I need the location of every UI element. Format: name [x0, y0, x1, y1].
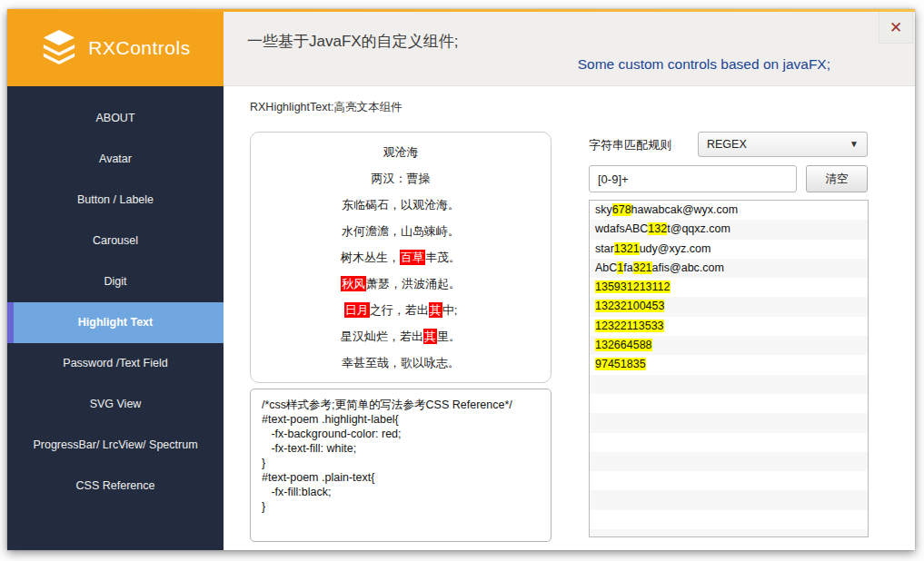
sidebar-item-css-reference[interactable]: CSS Reference: [7, 466, 224, 507]
match-rule-select[interactable]: REGEX ▼: [698, 132, 868, 157]
poem-plain-text: 萧瑟，洪波涌起。: [366, 277, 461, 290]
highlight-text-demo: 观沧海两汉：曹操东临碣石，以观沧海。水何澹澹，山岛竦峙。树木丛生，百草丰茂。秋风…: [250, 132, 551, 383]
poem-plain-text: 水何澹澹，山岛竦峙。: [342, 224, 460, 238]
match-plain-text: wdafsABC: [595, 222, 648, 235]
match-plain-text: afis@abc.com: [652, 261, 724, 274]
poem-plain-text: 中;: [442, 303, 458, 317]
match-result-list: sky678hawabcak@wyx.comwdafsABC132t@qqxz.…: [589, 200, 869, 537]
poem-highlight-label: 其: [423, 329, 437, 344]
match-highlight: 132: [648, 222, 667, 235]
poem-line: 树木丛生，百草丰茂。: [251, 244, 551, 271]
empty-list-row[interactable]: [590, 490, 868, 509]
empty-list-row[interactable]: [590, 433, 868, 452]
app-title: RXControls: [88, 37, 190, 59]
code-line: /*css样式参考;更简单的写法参考CSS Reference*/: [262, 398, 545, 412]
poem-line: 两汉：曹操: [251, 165, 551, 192]
empty-list-row[interactable]: [590, 452, 868, 471]
sidebar: RXControls ABOUTAvatarButton / LabeleCar…: [7, 9, 224, 550]
sidebar-item-button-labele[interactable]: Button / Labele: [7, 180, 224, 221]
sidebar-nav: ABOUTAvatarButton / LabeleCarouselDigitH…: [7, 98, 224, 507]
layers-icon: [40, 28, 78, 68]
poem-highlight-label: 秋风: [341, 276, 366, 291]
code-line: #text-poem .plain-text{: [262, 470, 545, 485]
selected-accent-bar: [7, 302, 14, 343]
match-result-row[interactable]: 132664588: [590, 336, 868, 355]
poem-line: 东临碣石，以观沧海。: [251, 192, 551, 218]
sidebar-item-password-text-field[interactable]: Password /Text Field: [7, 343, 224, 384]
match-highlight: 132664588: [595, 339, 652, 351]
poem-plain-text: 树木丛生，: [341, 251, 400, 264]
app-window: RXControls ABOUTAvatarButton / LabeleCar…: [7, 9, 915, 550]
match-result-row[interactable]: AbC1fa321afis@abc.com: [590, 259, 868, 278]
chevron-down-icon: ▼: [849, 133, 859, 156]
sidebar-item-progressbar-lrcview-spectrum[interactable]: ProgressBar/ LrcView/ Spectrum: [7, 425, 224, 466]
poem-line: 秋风萧瑟，洪波涌起。: [251, 271, 551, 297]
header-subtitle: Some custom controls based on javaFX;: [578, 56, 830, 73]
empty-list-row[interactable]: [590, 510, 868, 529]
match-highlight: 12322113533: [595, 320, 664, 332]
match-highlight: 1321: [614, 242, 640, 255]
match-highlight: 97451835: [595, 358, 646, 370]
match-result-row[interactable]: 13232100453: [590, 297, 868, 316]
code-line: -fx-fill:black;: [262, 485, 545, 499]
poem-highlight-label: 日月: [344, 302, 370, 318]
code-line: }: [262, 456, 545, 470]
match-result-row[interactable]: star1321udy@xyz.com: [590, 240, 868, 259]
sidebar-item-svg-view[interactable]: SVG View: [7, 384, 224, 425]
empty-list-row[interactable]: [590, 375, 868, 394]
match-plain-text: t@qqxz.com: [667, 222, 730, 235]
match-result-row[interactable]: 12322113533: [590, 317, 868, 336]
code-line: -fx-text-fill: white;: [262, 441, 545, 456]
poem-line: 幸甚至哉，歌以咏志。: [251, 349, 551, 376]
sidebar-item-about[interactable]: ABOUT: [7, 98, 224, 139]
match-plain-text: sky: [595, 203, 612, 216]
poem-line: 星汉灿烂，若出其里。: [251, 323, 551, 349]
code-line: #text-poem .highlight-label{: [262, 412, 545, 427]
poem-line: 水何澹澹，山岛竦峙。: [251, 218, 551, 244]
empty-list-row[interactable]: [590, 471, 868, 490]
header-title: 一些基于JavaFX的自定义组件;: [247, 31, 458, 52]
match-plain-text: hawabcak@wyx.com: [631, 203, 739, 216]
app-logo: RXControls: [7, 9, 224, 86]
match-highlight: 13232100453: [595, 300, 664, 312]
match-rule-value: REGEX: [707, 138, 747, 151]
sidebar-item-digit[interactable]: Digit: [7, 261, 224, 302]
match-plain-text: fa: [623, 261, 632, 274]
pattern-input[interactable]: [589, 165, 797, 192]
clear-button[interactable]: 清空: [806, 165, 868, 192]
poem-plain-text: 之行，若出: [370, 303, 429, 317]
empty-list-row[interactable]: [590, 413, 868, 432]
match-rule-label: 字符串匹配规则: [589, 137, 671, 153]
poem-highlight-label: 百草: [400, 250, 425, 265]
sidebar-item-avatar[interactable]: Avatar: [7, 139, 224, 180]
code-line: }: [262, 499, 545, 514]
section-title: RXHighlightText:高亮文本组件: [250, 100, 402, 115]
match-plain-text: AbC: [595, 261, 617, 274]
poem-plain-text: 观沧海: [383, 145, 419, 159]
poem-plain-text: 丰茂。: [425, 251, 461, 264]
sidebar-item-highlight-text[interactable]: Highlight Text: [7, 302, 224, 343]
empty-list-row[interactable]: [590, 394, 868, 413]
match-result-row[interactable]: 97451835: [590, 355, 868, 374]
titlebar: 一些基于JavaFX的自定义组件; Some custom controls b…: [224, 9, 915, 86]
sidebar-item-carousel[interactable]: Carousel: [7, 221, 224, 261]
main-content: RXHighlightText:高亮文本组件 观沧海两汉：曹操东临碣石，以观沧海…: [224, 86, 915, 550]
poem-line: 日月之行，若出其中;: [251, 297, 551, 323]
poem-plain-text: 幸甚至哉，歌以咏志。: [342, 356, 460, 369]
css-code-sample: /*css样式参考;更简单的写法参考CSS Reference*/#text-p…: [250, 389, 551, 542]
match-result-row[interactable]: sky678hawabcak@wyx.com: [590, 201, 868, 220]
code-line: -fx-background-color: red;: [262, 427, 545, 441]
poem-plain-text: 两汉：曹操: [372, 172, 431, 185]
window-top-accent: [7, 9, 915, 12]
empty-list-row[interactable]: [590, 529, 868, 537]
poem-line: 观沧海: [251, 139, 551, 165]
match-plain-text: udy@xyz.com: [640, 242, 711, 255]
poem-plain-text: 星汉灿烂，若出: [341, 330, 423, 343]
match-result-row[interactable]: wdafsABC132t@qqxz.com: [590, 220, 868, 239]
close-button[interactable]: ✕: [879, 11, 913, 44]
match-result-row[interactable]: 135931213112: [590, 278, 868, 297]
close-icon: ✕: [889, 18, 902, 37]
match-plain-text: star: [595, 242, 614, 255]
poem-highlight-label: 其: [429, 302, 442, 318]
poem-plain-text: 东临碣石，以观沧海。: [342, 198, 460, 212]
